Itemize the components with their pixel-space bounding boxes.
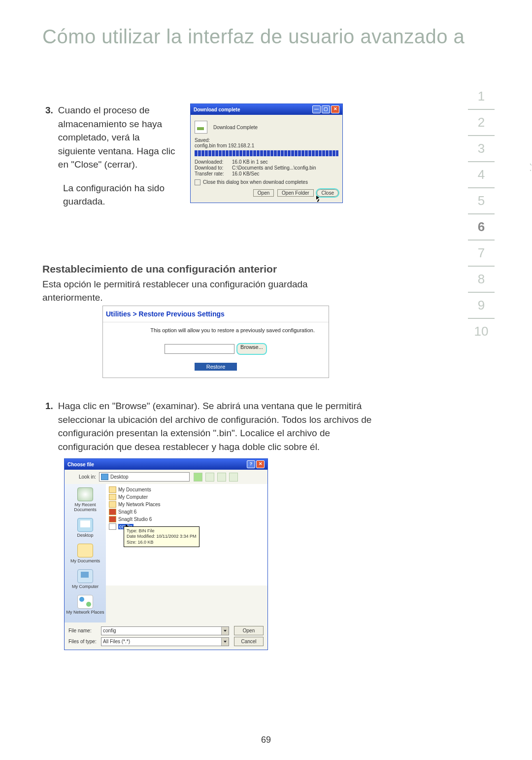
file-icon	[109, 523, 116, 530]
open-folder-button[interactable]: Open Folder	[277, 189, 314, 197]
filename-label: File name:	[68, 628, 101, 633]
recent-icon	[77, 487, 93, 501]
lookin-select[interactable]: Desktop	[99, 472, 190, 482]
close-checkbox[interactable]	[195, 179, 200, 185]
step-number: 1.	[45, 401, 53, 411]
computer-icon	[77, 569, 93, 583]
list-item[interactable]: SnagIt Studio 6	[109, 516, 265, 523]
download-to-label: Download to:	[195, 165, 232, 171]
folder-icon	[109, 494, 116, 500]
cancel-button[interactable]: Cancel	[234, 637, 264, 646]
chevron-down-icon[interactable]	[221, 638, 229, 646]
lookin-value: Desktop	[110, 474, 129, 480]
maximize-icon[interactable]: ▢	[322, 105, 330, 113]
up-icon[interactable]	[205, 473, 214, 482]
close-checkbox-label: Close this dialog box when download comp…	[203, 179, 308, 185]
sidebar-item[interactable]: 9	[468, 293, 495, 319]
restore-panel: Utilities > Restore Previous Settings Th…	[102, 306, 329, 378]
download-heading: Download Complete	[213, 125, 258, 130]
minimize-icon[interactable]: —	[312, 105, 321, 113]
sidebar-item[interactable]: 7	[468, 241, 495, 267]
browse-button[interactable]: Browse...	[236, 343, 267, 355]
cursor-icon	[316, 196, 319, 200]
desktop-icon	[101, 474, 108, 480]
network-icon	[77, 595, 93, 609]
close-icon[interactable]: ✕	[331, 105, 339, 113]
panel-title: Utilities > Restore Previous Settings	[103, 306, 329, 322]
step-3-p2: La configuración ha sido guardada.	[63, 181, 183, 208]
places-bar: My Recent Documents Desktop My Documents…	[65, 484, 106, 622]
list-item[interactable]: My Documents	[109, 486, 265, 493]
rate-label: Transfer rate:	[195, 171, 232, 176]
step-1-text: 1.Haga clic en "Browse" (examinar). Se a…	[45, 399, 380, 453]
rate-value: 16.0 KB/Sec	[232, 171, 260, 176]
choose-file-dialog: Choose file ? ✕ Look in: Desktop My Rece…	[64, 458, 268, 650]
page-title: Cómo utilizar la interfaz de usuario ava…	[42, 26, 465, 48]
panel-desc: This option will allow you to restore a …	[108, 325, 324, 338]
sidebar-item[interactable]: 2	[468, 110, 495, 136]
tooltip: Type: BIN File Date Modified: 10/11/2002…	[124, 526, 200, 547]
download-complete-dialog: Download complete — ▢ ✕ Download Complet…	[190, 104, 343, 203]
step-3-text: 3.Cuando el proceso de almacenamiento se…	[45, 104, 183, 208]
file-list[interactable]: My Documents My Computer My Network Plac…	[106, 484, 267, 586]
section-heading: Restablecimiento de una configuración an…	[42, 263, 277, 275]
folder-icon	[109, 501, 116, 508]
documents-icon	[77, 544, 93, 557]
folder-icon	[109, 486, 116, 493]
step-number: 3.	[45, 105, 53, 115]
app-icon	[109, 516, 116, 522]
place-network[interactable]: My Network Places	[66, 595, 105, 615]
views-icon[interactable]	[229, 473, 238, 482]
downloaded-value: 16.0 KB in 1 sec	[232, 159, 268, 165]
sidebar-item[interactable]: 6	[468, 214, 495, 241]
list-item[interactable]: My Computer	[109, 493, 265, 501]
chevron-down-icon[interactable]	[221, 627, 229, 635]
intro-text: Esta opción le permitirá restablecer una…	[42, 278, 348, 304]
saved-value: config.bin from 192.168.2.1	[195, 143, 338, 148]
sidebar-label: sección	[528, 153, 532, 200]
open-button[interactable]: Open	[253, 189, 274, 197]
filetype-select[interactable]: All Files (*.*)	[101, 637, 229, 646]
sidebar-item[interactable]: 8	[468, 267, 495, 293]
sidebar-item[interactable]: 4	[468, 162, 495, 188]
step-3-p1: Cuando el proceso de almacenamiento se h…	[58, 104, 176, 172]
progress-bar	[195, 150, 338, 156]
place-documents[interactable]: My Documents	[66, 544, 105, 563]
restore-button[interactable]: Restore	[195, 363, 237, 371]
dialog-titlebar[interactable]: Download complete — ▢ ✕	[191, 104, 342, 115]
close-icon[interactable]: ✕	[256, 460, 265, 468]
filename-input[interactable]: config	[101, 626, 229, 635]
place-desktop[interactable]: Desktop	[66, 518, 105, 538]
desktop-icon	[77, 518, 93, 532]
dialog-title: Choose file	[67, 462, 246, 467]
download-to-value: C:\Documents and Setting...\config.bin	[232, 165, 316, 171]
file-icon	[195, 121, 207, 134]
open-button[interactable]: Open	[234, 626, 264, 635]
section-sidebar: 1 2 3 4 5 6 7 8 9 10	[468, 84, 495, 344]
downloaded-label: Downloaded:	[195, 159, 232, 165]
list-item[interactable]: My Network Places	[109, 501, 265, 508]
app-icon	[109, 509, 116, 515]
help-icon[interactable]: ?	[247, 460, 255, 468]
file-path-input[interactable]	[165, 344, 234, 354]
saved-label: Saved:	[195, 138, 338, 143]
filetype-label: Files of type:	[68, 639, 101, 644]
page-number: 69	[0, 735, 532, 745]
dialog-titlebar[interactable]: Choose file ? ✕	[65, 459, 267, 470]
place-computer[interactable]: My Computer	[66, 569, 105, 589]
place-recent[interactable]: My Recent Documents	[66, 487, 105, 512]
sidebar-item[interactable]: 10	[468, 319, 495, 344]
lookin-label: Look in:	[68, 474, 99, 480]
sidebar-item[interactable]: 1	[468, 84, 495, 110]
list-item[interactable]: SnagIt 6	[109, 508, 265, 516]
back-icon[interactable]	[194, 473, 202, 482]
close-button[interactable]: Close	[317, 189, 338, 197]
dialog-title: Download complete	[194, 107, 311, 112]
new-folder-icon[interactable]	[217, 473, 226, 482]
sidebar-item[interactable]: 5	[468, 188, 495, 214]
sidebar-item[interactable]: 3	[468, 136, 495, 162]
step-1-p: Haga clic en "Browse" (examinar). Se abr…	[58, 399, 373, 453]
